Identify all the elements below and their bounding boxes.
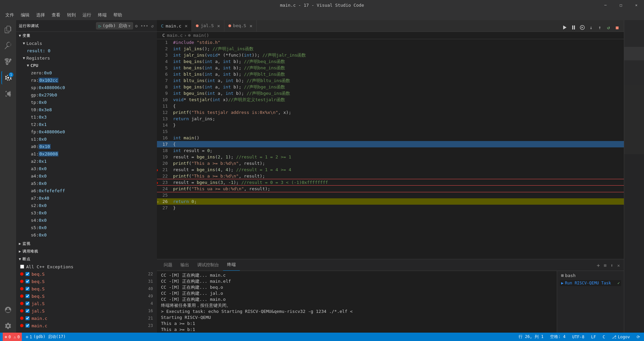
- window-controls: ─ □ ✕: [598, 0, 644, 10]
- bp-dot: [20, 280, 23, 283]
- panel-tab-problems[interactable]: 问题: [160, 259, 176, 271]
- tab-close-beq[interactable]: ✕: [250, 23, 252, 28]
- panel-tab-output[interactable]: 输出: [176, 259, 193, 271]
- breadcrumb-filename[interactable]: main.c: [167, 33, 183, 38]
- status-line-ending[interactable]: LF: [590, 333, 597, 341]
- status-position[interactable]: 行 26, 列 1: [517, 333, 545, 341]
- status-branch[interactable]: ⎇ Logov: [610, 333, 631, 341]
- terminal-line-11: Starting RISCV-QEMU: [161, 315, 553, 321]
- activity-account[interactable]: [1, 303, 15, 317]
- menu-goto[interactable]: 转到: [64, 11, 78, 19]
- breakpoints-section[interactable]: ▼ 断点: [16, 255, 157, 263]
- run-riscv-task[interactable]: ▶ Run RISCV-QEMU Task ✓: [560, 280, 621, 286]
- minimize-button[interactable]: ─: [598, 0, 613, 10]
- cpu-section[interactable]: ▼ CPU: [16, 62, 157, 69]
- reg-s5: s5: 0x0: [16, 224, 157, 231]
- close-button[interactable]: ✕: [629, 0, 644, 10]
- reg-a2: a2: 0x1: [16, 157, 157, 165]
- menu-edit[interactable]: 编辑: [18, 11, 32, 19]
- bp-dot: [20, 317, 23, 320]
- tab-jal-s[interactable]: jal.S ✕: [192, 20, 224, 31]
- panel-add-icon[interactable]: +: [595, 262, 601, 269]
- debug-settings-icon[interactable]: ⚙: [135, 23, 139, 29]
- activity-explorer[interactable]: [1, 23, 15, 36]
- menubar: 文件 编辑 选择 查看 转到 运行 终端 帮助: [0, 10, 644, 20]
- code-line-7: 7 int bltu_ins(int a, int b); //声明bltu_i…: [157, 77, 624, 84]
- menu-view[interactable]: 查看: [49, 11, 63, 19]
- panel-split-icon[interactable]: ⊞: [603, 262, 608, 269]
- reg-s2: s2: 0x0: [16, 202, 157, 209]
- status-debug[interactable]: ⊙ 1 (gdb) 启动(17): [24, 333, 67, 341]
- status-right: 行 26, 列 1 空格: 4 UTF-8 LF C ⎇ Logov ⟳: [517, 333, 641, 341]
- breadcrumb-function[interactable]: ⊕ main(): [188, 33, 209, 38]
- activity-git[interactable]: [1, 55, 15, 68]
- bp-main-23[interactable]: main.c 23: [16, 322, 157, 329]
- activity-settings[interactable]: [1, 319, 15, 333]
- debug-stop-btn[interactable]: ■: [613, 23, 621, 31]
- reg-t2: t2: 0x1: [16, 121, 157, 128]
- code-editor[interactable]: 1 #include "stdio.h" 2 int jal_ins(); //…: [157, 39, 624, 259]
- bp-jal-16[interactable]: jal.S 16: [16, 307, 157, 315]
- activity-debug[interactable]: 1: [1, 71, 15, 84]
- refresh-icon[interactable]: ↺: [150, 23, 154, 29]
- tab-main-c[interactable]: C main.c ✕: [157, 20, 192, 31]
- debug-restart-btn[interactable]: ↺: [604, 23, 612, 31]
- warning-icon: ⚠: [13, 335, 16, 339]
- debug-more-icon[interactable]: •••: [140, 23, 149, 29]
- activity-extensions[interactable]: [1, 87, 15, 100]
- panel-close-icon[interactable]: ✕: [616, 262, 621, 269]
- panel-tab-terminal[interactable]: 终端: [223, 259, 240, 271]
- activity-search[interactable]: [1, 39, 15, 52]
- reg-tp: tp: 0x0: [16, 98, 157, 106]
- variables-section[interactable]: ▼ 变量: [16, 32, 157, 40]
- status-left: ⊗ 0 ⚠ 0 ⊙ 1 (gdb) 启动(17): [3, 333, 67, 341]
- locals-section[interactable]: ▼ Locals: [16, 40, 157, 47]
- bp-beq-40[interactable]: beq.S 40: [16, 285, 157, 292]
- debug-stepover-btn[interactable]: [578, 23, 586, 31]
- bp-dot: [20, 309, 23, 313]
- debug-pause-btn[interactable]: [570, 23, 578, 31]
- breadcrumb: C main.c › ⊕ main(): [157, 32, 624, 39]
- tab-close-main[interactable]: ✕: [185, 23, 187, 28]
- bp-beq-31[interactable]: beq.S 31: [16, 278, 157, 285]
- panel-tab-debug[interactable]: 调试控制台: [193, 259, 223, 271]
- code-line-15: 15: [157, 128, 624, 135]
- tab-close-jal[interactable]: ✕: [217, 23, 220, 28]
- tab-beq-s[interactable]: beq.S ✕: [224, 20, 257, 31]
- menu-run[interactable]: 运行: [80, 11, 94, 19]
- panel-max-icon[interactable]: ⬆: [609, 262, 614, 269]
- status-errors[interactable]: ⊗ 0 ⚠ 0: [3, 333, 22, 341]
- reg-a6: a6: 0xfefefeff: [16, 187, 157, 194]
- breadcrumb-file[interactable]: C: [162, 33, 165, 38]
- registers-section[interactable]: ▼ Registers: [16, 54, 157, 62]
- reg-zero: zero: 0x0: [16, 69, 157, 76]
- maximize-button[interactable]: □: [613, 0, 629, 10]
- watch-section[interactable]: ▶ 监视: [16, 240, 157, 248]
- callstack-section[interactable]: ▶ 调用堆栈: [16, 248, 157, 255]
- debug-stepout-btn[interactable]: ↑: [596, 23, 604, 31]
- debug-stepinto-btn[interactable]: ↓: [587, 23, 595, 31]
- status-debug-label: (gdb) 启动(17): [33, 334, 65, 340]
- status-language[interactable]: C: [601, 333, 606, 341]
- debug-config-selector[interactable]: ▷ (gdb) 启动 ▼: [96, 22, 133, 29]
- reg-a5: a5: 0x0: [16, 180, 157, 187]
- status-spaces[interactable]: 空格: 4: [549, 333, 567, 341]
- menu-select[interactable]: 选择: [34, 11, 48, 19]
- menu-file[interactable]: 文件: [3, 11, 17, 19]
- bp-jal-4[interactable]: jal.S 4: [16, 300, 157, 307]
- bp-main-21[interactable]: main.c 21: [16, 315, 157, 322]
- status-encoding[interactable]: UTF-8: [571, 333, 586, 341]
- file-icon-c: C: [161, 23, 164, 28]
- menu-help[interactable]: 帮助: [111, 11, 125, 19]
- bp-beq-49[interactable]: beq.S 49: [16, 292, 157, 300]
- code-line-10: 10 void* testjalr(int x)//声明并定义testjalr函…: [157, 96, 624, 103]
- debug-continue-btn[interactable]: [561, 23, 569, 31]
- minimap[interactable]: [624, 20, 644, 154]
- status-sync[interactable]: ⟳: [635, 333, 641, 341]
- bash-label[interactable]: ⊞ bash: [560, 272, 621, 279]
- menu-terminal[interactable]: 终端: [95, 11, 109, 19]
- bp-beq-22[interactable]: beq.S 22: [16, 270, 157, 278]
- breakpoint-all-cpp[interactable]: All C++ Exceptions: [16, 263, 157, 270]
- tab-label-main: main.c: [166, 23, 181, 28]
- terminal-content[interactable]: CC -[M] 正在构建... main.c CC -[M] 正在构建... m…: [157, 271, 557, 333]
